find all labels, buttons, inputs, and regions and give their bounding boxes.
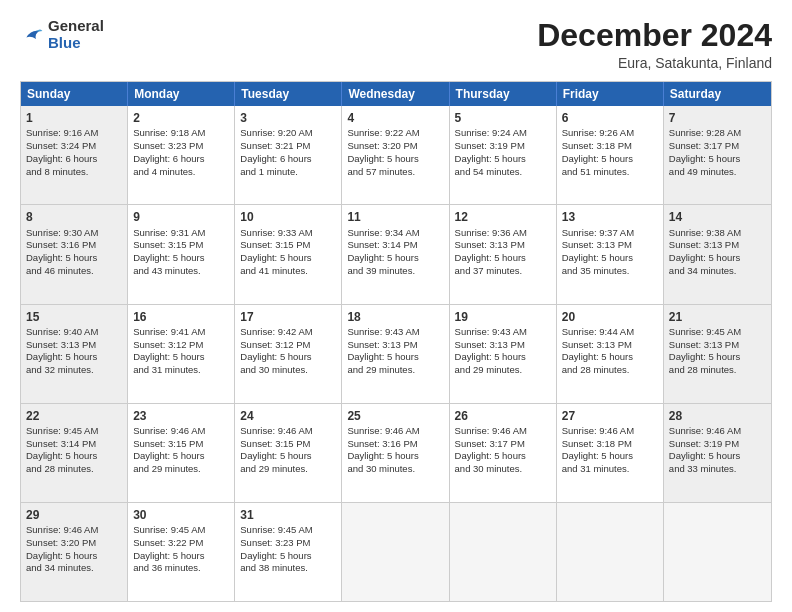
logo-blue: Blue xyxy=(48,35,104,52)
day-number: 14 xyxy=(669,209,766,225)
col-tuesday: Tuesday xyxy=(235,82,342,106)
day-number: 15 xyxy=(26,309,122,325)
cal-cell-18: 18Sunrise: 9:43 AM Sunset: 3:13 PM Dayli… xyxy=(342,305,449,403)
day-info: Sunrise: 9:38 AM Sunset: 3:13 PM Dayligh… xyxy=(669,227,741,276)
day-info: Sunrise: 9:43 AM Sunset: 3:13 PM Dayligh… xyxy=(455,326,527,375)
cal-cell-20: 20Sunrise: 9:44 AM Sunset: 3:13 PM Dayli… xyxy=(557,305,664,403)
cal-cell-2: 2Sunrise: 9:18 AM Sunset: 3:23 PM Daylig… xyxy=(128,106,235,204)
cal-cell-28: 28Sunrise: 9:46 AM Sunset: 3:19 PM Dayli… xyxy=(664,404,771,502)
day-info: Sunrise: 9:41 AM Sunset: 3:12 PM Dayligh… xyxy=(133,326,205,375)
cal-cell-21: 21Sunrise: 9:45 AM Sunset: 3:13 PM Dayli… xyxy=(664,305,771,403)
day-info: Sunrise: 9:44 AM Sunset: 3:13 PM Dayligh… xyxy=(562,326,634,375)
day-info: Sunrise: 9:46 AM Sunset: 3:15 PM Dayligh… xyxy=(133,425,205,474)
day-info: Sunrise: 9:36 AM Sunset: 3:13 PM Dayligh… xyxy=(455,227,527,276)
main-title: December 2024 xyxy=(537,18,772,53)
cal-cell-9: 9Sunrise: 9:31 AM Sunset: 3:15 PM Daylig… xyxy=(128,205,235,303)
calendar-week-2: 8Sunrise: 9:30 AM Sunset: 3:16 PM Daylig… xyxy=(21,205,771,304)
cal-cell-12: 12Sunrise: 9:36 AM Sunset: 3:13 PM Dayli… xyxy=(450,205,557,303)
cal-cell-19: 19Sunrise: 9:43 AM Sunset: 3:13 PM Dayli… xyxy=(450,305,557,403)
day-number: 2 xyxy=(133,110,229,126)
calendar-week-3: 15Sunrise: 9:40 AM Sunset: 3:13 PM Dayli… xyxy=(21,305,771,404)
day-info: Sunrise: 9:37 AM Sunset: 3:13 PM Dayligh… xyxy=(562,227,634,276)
cal-cell-24: 24Sunrise: 9:46 AM Sunset: 3:15 PM Dayli… xyxy=(235,404,342,502)
cal-cell-empty xyxy=(664,503,771,601)
day-info: Sunrise: 9:45 AM Sunset: 3:23 PM Dayligh… xyxy=(240,524,312,573)
day-number: 6 xyxy=(562,110,658,126)
cal-cell-23: 23Sunrise: 9:46 AM Sunset: 3:15 PM Dayli… xyxy=(128,404,235,502)
header: General Blue December 2024 Eura, Satakun… xyxy=(20,18,772,71)
cal-cell-6: 6Sunrise: 9:26 AM Sunset: 3:18 PM Daylig… xyxy=(557,106,664,204)
cal-cell-26: 26Sunrise: 9:46 AM Sunset: 3:17 PM Dayli… xyxy=(450,404,557,502)
day-number: 23 xyxy=(133,408,229,424)
day-number: 12 xyxy=(455,209,551,225)
day-info: Sunrise: 9:33 AM Sunset: 3:15 PM Dayligh… xyxy=(240,227,312,276)
calendar-body: 1Sunrise: 9:16 AM Sunset: 3:24 PM Daylig… xyxy=(21,106,771,601)
day-number: 8 xyxy=(26,209,122,225)
cal-cell-16: 16Sunrise: 9:41 AM Sunset: 3:12 PM Dayli… xyxy=(128,305,235,403)
day-number: 26 xyxy=(455,408,551,424)
day-info: Sunrise: 9:40 AM Sunset: 3:13 PM Dayligh… xyxy=(26,326,98,375)
cal-cell-10: 10Sunrise: 9:33 AM Sunset: 3:15 PM Dayli… xyxy=(235,205,342,303)
col-monday: Monday xyxy=(128,82,235,106)
col-sunday: Sunday xyxy=(21,82,128,106)
calendar-week-4: 22Sunrise: 9:45 AM Sunset: 3:14 PM Dayli… xyxy=(21,404,771,503)
day-number: 24 xyxy=(240,408,336,424)
col-thursday: Thursday xyxy=(450,82,557,106)
day-number: 5 xyxy=(455,110,551,126)
day-number: 31 xyxy=(240,507,336,523)
day-number: 13 xyxy=(562,209,658,225)
day-number: 19 xyxy=(455,309,551,325)
logo-text: General Blue xyxy=(48,18,104,51)
day-info: Sunrise: 9:46 AM Sunset: 3:15 PM Dayligh… xyxy=(240,425,312,474)
day-info: Sunrise: 9:31 AM Sunset: 3:15 PM Dayligh… xyxy=(133,227,205,276)
day-number: 1 xyxy=(26,110,122,126)
cal-cell-7: 7Sunrise: 9:28 AM Sunset: 3:17 PM Daylig… xyxy=(664,106,771,204)
cal-cell-8: 8Sunrise: 9:30 AM Sunset: 3:16 PM Daylig… xyxy=(21,205,128,303)
day-info: Sunrise: 9:30 AM Sunset: 3:16 PM Dayligh… xyxy=(26,227,98,276)
subtitle: Eura, Satakunta, Finland xyxy=(537,55,772,71)
cal-cell-1: 1Sunrise: 9:16 AM Sunset: 3:24 PM Daylig… xyxy=(21,106,128,204)
day-info: Sunrise: 9:24 AM Sunset: 3:19 PM Dayligh… xyxy=(455,127,527,176)
logo-general: General xyxy=(48,18,104,35)
cal-cell-17: 17Sunrise: 9:42 AM Sunset: 3:12 PM Dayli… xyxy=(235,305,342,403)
calendar-week-5: 29Sunrise: 9:46 AM Sunset: 3:20 PM Dayli… xyxy=(21,503,771,601)
day-info: Sunrise: 9:22 AM Sunset: 3:20 PM Dayligh… xyxy=(347,127,419,176)
day-info: Sunrise: 9:45 AM Sunset: 3:22 PM Dayligh… xyxy=(133,524,205,573)
day-number: 10 xyxy=(240,209,336,225)
day-number: 20 xyxy=(562,309,658,325)
day-number: 28 xyxy=(669,408,766,424)
day-number: 25 xyxy=(347,408,443,424)
cal-cell-11: 11Sunrise: 9:34 AM Sunset: 3:14 PM Dayli… xyxy=(342,205,449,303)
day-info: Sunrise: 9:26 AM Sunset: 3:18 PM Dayligh… xyxy=(562,127,634,176)
col-wednesday: Wednesday xyxy=(342,82,449,106)
cal-cell-3: 3Sunrise: 9:20 AM Sunset: 3:21 PM Daylig… xyxy=(235,106,342,204)
day-info: Sunrise: 9:45 AM Sunset: 3:13 PM Dayligh… xyxy=(669,326,741,375)
day-number: 22 xyxy=(26,408,122,424)
cal-cell-30: 30Sunrise: 9:45 AM Sunset: 3:22 PM Dayli… xyxy=(128,503,235,601)
cal-cell-empty xyxy=(342,503,449,601)
cal-cell-27: 27Sunrise: 9:46 AM Sunset: 3:18 PM Dayli… xyxy=(557,404,664,502)
day-info: Sunrise: 9:42 AM Sunset: 3:12 PM Dayligh… xyxy=(240,326,312,375)
day-info: Sunrise: 9:46 AM Sunset: 3:18 PM Dayligh… xyxy=(562,425,634,474)
cal-cell-13: 13Sunrise: 9:37 AM Sunset: 3:13 PM Dayli… xyxy=(557,205,664,303)
cal-cell-31: 31Sunrise: 9:45 AM Sunset: 3:23 PM Dayli… xyxy=(235,503,342,601)
calendar-header: Sunday Monday Tuesday Wednesday Thursday… xyxy=(21,82,771,106)
day-info: Sunrise: 9:43 AM Sunset: 3:13 PM Dayligh… xyxy=(347,326,419,375)
day-info: Sunrise: 9:45 AM Sunset: 3:14 PM Dayligh… xyxy=(26,425,98,474)
day-number: 7 xyxy=(669,110,766,126)
day-number: 4 xyxy=(347,110,443,126)
day-info: Sunrise: 9:28 AM Sunset: 3:17 PM Dayligh… xyxy=(669,127,741,176)
cal-cell-25: 25Sunrise: 9:46 AM Sunset: 3:16 PM Dayli… xyxy=(342,404,449,502)
day-info: Sunrise: 9:46 AM Sunset: 3:20 PM Dayligh… xyxy=(26,524,98,573)
day-number: 21 xyxy=(669,309,766,325)
day-info: Sunrise: 9:46 AM Sunset: 3:16 PM Dayligh… xyxy=(347,425,419,474)
calendar-week-1: 1Sunrise: 9:16 AM Sunset: 3:24 PM Daylig… xyxy=(21,106,771,205)
col-saturday: Saturday xyxy=(664,82,771,106)
cal-cell-4: 4Sunrise: 9:22 AM Sunset: 3:20 PM Daylig… xyxy=(342,106,449,204)
cal-cell-empty xyxy=(557,503,664,601)
cal-cell-empty xyxy=(450,503,557,601)
day-info: Sunrise: 9:46 AM Sunset: 3:17 PM Dayligh… xyxy=(455,425,527,474)
day-number: 9 xyxy=(133,209,229,225)
day-number: 18 xyxy=(347,309,443,325)
logo: General Blue xyxy=(20,18,104,51)
